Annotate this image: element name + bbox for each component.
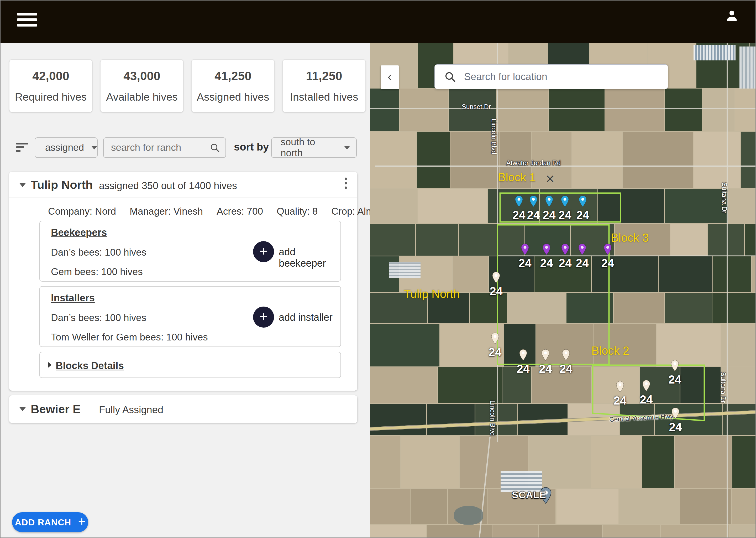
hive-drop-pin-west-edge[interactable] bbox=[491, 333, 499, 345]
plus-icon: + bbox=[78, 515, 85, 528]
assigned-hives-label: Assigned hives bbox=[197, 91, 269, 103]
ranch-card-tulip-north: Tulip North assigned 350 out of 1400 hiv… bbox=[9, 172, 357, 391]
installed-hives-card: 11,250 Installed hives bbox=[282, 59, 366, 112]
app-window: 42,000 Required hives 43,000 Available h… bbox=[0, 0, 756, 538]
map-back-button[interactable]: ‹ bbox=[381, 65, 399, 89]
available-hives-label: Available hives bbox=[106, 91, 178, 103]
hive-drop-pin-south-row[interactable] bbox=[519, 349, 527, 362]
hive-drop-pin-block3[interactable] bbox=[543, 243, 550, 256]
hive-count-label: 24 bbox=[596, 257, 620, 270]
add-installer-label: add installer bbox=[279, 312, 333, 323]
sort-order-value: south to north bbox=[281, 136, 337, 159]
ranch-map-label: Tulip North bbox=[404, 288, 460, 300]
collapse-triangle-icon[interactable] bbox=[19, 183, 26, 187]
add-ranch-label: ADD RANCH bbox=[15, 517, 71, 527]
ranch-card-header[interactable]: Tulip North assigned 350 out of 1400 hiv… bbox=[9, 172, 357, 198]
satellite-map[interactable]: ‹ ✕ Block 1Block 3Block 2Tulip NorthSuns… bbox=[370, 43, 756, 538]
hive-count-label: 24 bbox=[511, 362, 535, 375]
ranch-name: Tulip North bbox=[31, 178, 93, 192]
hive-drop-pin-block3[interactable] bbox=[578, 243, 586, 256]
hive-drop-pin-block1[interactable] bbox=[561, 195, 569, 208]
add-ranch-button[interactable]: ADD RANCH + bbox=[12, 512, 88, 532]
blocks-details-section[interactable]: Blocks Details bbox=[39, 352, 341, 378]
hive-drop-pin-block1[interactable] bbox=[545, 195, 553, 208]
road-name-label: Sultana Dr bbox=[721, 182, 728, 213]
ranch-manager: Manager: Vinesh bbox=[130, 206, 203, 217]
hive-drop-pin-block2[interactable] bbox=[616, 381, 624, 394]
add-beekeeper-button[interactable]: + bbox=[253, 241, 274, 262]
ranch-acres: Acres: 700 bbox=[216, 206, 263, 217]
map-search-bar bbox=[435, 64, 668, 89]
road-name-label: Sultana Dr bbox=[720, 372, 727, 403]
installer-row: Dan’s bees: 100 hives bbox=[51, 312, 146, 323]
ranch-search-input[interactable] bbox=[111, 139, 206, 156]
assignment-status-value: assigned bbox=[45, 142, 84, 153]
block-label: Block 3 bbox=[611, 231, 649, 244]
map-search-input[interactable] bbox=[464, 68, 659, 85]
available-hives-value: 43,000 bbox=[123, 69, 161, 83]
installers-title: Installers bbox=[51, 293, 95, 304]
sort-order-select[interactable]: south to north bbox=[271, 137, 357, 158]
add-beekeeper-label: add beekeeper bbox=[279, 246, 341, 269]
ranch-search-field bbox=[103, 137, 226, 158]
chevron-left-icon: ‹ bbox=[388, 69, 392, 84]
ranch-side-panel: 42,000 Required hives 43,000 Available h… bbox=[1, 43, 370, 538]
hive-drop-pin-block1[interactable] bbox=[579, 195, 587, 208]
hive-drop-pin-block2[interactable] bbox=[671, 360, 679, 372]
hive-count-label: 24 bbox=[484, 285, 508, 298]
road-name-label: Lincoln Blvd bbox=[490, 119, 498, 154]
installers-section: Installers Dan’s bees: 100 hives Tom Wel… bbox=[39, 286, 341, 347]
collapse-triangle-icon[interactable] bbox=[19, 407, 26, 411]
hive-count-label: 24 bbox=[635, 393, 658, 406]
hive-count-label: 24 bbox=[608, 394, 632, 407]
hive-count-label: 24 bbox=[513, 257, 537, 270]
close-icon[interactable]: ✕ bbox=[545, 172, 555, 186]
hive-drop-pin-block1[interactable] bbox=[515, 195, 523, 208]
hive-count-label: 24 bbox=[663, 373, 687, 386]
filter-toolbar: assigned sort by south to north bbox=[1, 137, 370, 158]
ranch-assignment-status: assigned 350 out of 1400 hives bbox=[99, 180, 237, 191]
required-hives-label: Required hives bbox=[15, 91, 87, 103]
road-name-label: Sunset Dr bbox=[462, 103, 491, 111]
hive-drop-pin-block1[interactable] bbox=[530, 195, 537, 208]
hive-drop-pin-block3[interactable] bbox=[604, 243, 612, 256]
hive-drop-pin-west-edge[interactable] bbox=[492, 272, 500, 284]
available-hives-card: 43,000 Available hives bbox=[100, 59, 183, 112]
beekeepers-title: Beekeepers bbox=[51, 227, 107, 238]
hive-count-label: 24 bbox=[571, 209, 594, 222]
hive-drop-pin-block2[interactable] bbox=[642, 380, 650, 393]
menu-icon[interactable] bbox=[17, 13, 37, 27]
search-icon bbox=[444, 71, 456, 83]
assigned-hives-card: 41,250 Assigned hives bbox=[191, 59, 275, 112]
hive-drop-pin-block2[interactable] bbox=[672, 407, 679, 420]
add-installer-button[interactable]: + bbox=[253, 306, 274, 328]
hive-drop-pin-south-row[interactable] bbox=[562, 349, 570, 362]
search-icon bbox=[210, 143, 220, 153]
block-label: Block 1 bbox=[498, 171, 536, 184]
required-hives-card: 42,000 Required hives bbox=[9, 59, 92, 112]
ranch-company: Company: Nord bbox=[48, 206, 116, 217]
more-options-kebab-icon[interactable] bbox=[345, 178, 347, 191]
expand-triangle-icon[interactable] bbox=[48, 362, 51, 368]
scale-label: SCALE bbox=[512, 490, 546, 501]
assignment-status-select[interactable]: assigned bbox=[35, 137, 98, 158]
blocks-details-link[interactable]: Blocks Details bbox=[56, 360, 124, 371]
hive-drop-pin-south-row[interactable] bbox=[542, 349, 549, 362]
filter-list-icon[interactable] bbox=[16, 141, 28, 153]
installed-hives-label: Installed hives bbox=[290, 91, 358, 103]
chevron-down-icon bbox=[91, 146, 97, 149]
installer-row: Tom Weller for Gem bees: 100 hives bbox=[51, 332, 208, 343]
tulip-north-outline[interactable] bbox=[497, 225, 609, 364]
beekeeper-row: Dan’s bees: 100 hives bbox=[51, 247, 146, 258]
account-person-icon[interactable] bbox=[725, 9, 739, 23]
hive-drop-pin-block3[interactable] bbox=[561, 243, 569, 256]
road-name-label: Lincoln Blvd bbox=[489, 400, 496, 436]
hive-drop-pin-block3[interactable] bbox=[521, 243, 529, 256]
sort-by-label: sort by bbox=[234, 141, 269, 153]
hive-count-label: 24 bbox=[534, 362, 557, 375]
ranch-card-bewier-e[interactable]: Bewier E Fully Assigned bbox=[9, 395, 357, 423]
hive-count-label: 24 bbox=[554, 362, 578, 375]
ranch-meta-row: Company: Nord Manager: Vinesh Acres: 700… bbox=[48, 206, 395, 217]
block-label: Block 2 bbox=[591, 344, 629, 357]
hive-count-label: 24 bbox=[570, 257, 594, 270]
